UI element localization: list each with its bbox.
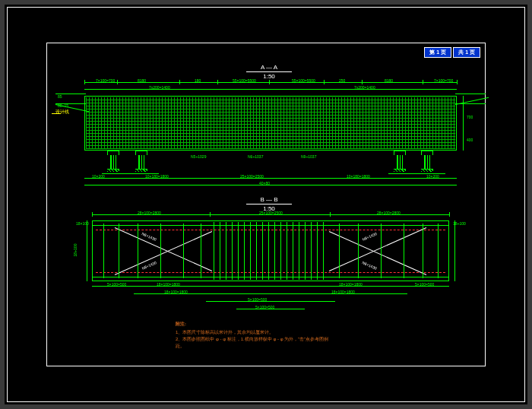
page-current: 第 1 页 [424, 47, 451, 58]
dim-a-b1: 10×200 [92, 174, 105, 179]
note-2: 2、本图参照图纸中 φ - φ 标注，1.横向放样纵中 φ - φ 为外，"击"… [176, 336, 426, 343]
dim-a-r1: 700 [467, 115, 473, 119]
dim-a-t3: 180 [195, 78, 201, 83]
dim-a-t6: 250 [339, 78, 345, 83]
dim-a-t5: 55×100=5500 [292, 78, 315, 83]
dim-a-b2: 10×180=1800 [145, 174, 169, 179]
dim-b-b5: 18×100=1800 [164, 290, 188, 294]
notes-block: 附注: 1、本图尺寸除标高以米计外，其余均以厘米计。 2、本图参照图纸中 φ -… [176, 321, 426, 350]
dim-a-l1: 85 [58, 94, 62, 99]
nlabel-3: N9+1037 [301, 154, 316, 159]
page-total: 共 1 页 [453, 47, 480, 58]
dim-b-t3: 28×100=2800 [377, 211, 401, 215]
dim-a-b5: 10×200 [426, 174, 439, 179]
dim-a-t8: 7×100=700 [434, 78, 453, 83]
dim-b-b6: 18×100=1800 [331, 290, 355, 294]
section-a-hatch [86, 97, 455, 149]
dim-b-b3: 18×100=1800 [339, 282, 363, 287]
dim-a-b3: 25×100=2500 [240, 174, 264, 179]
dimline-a-bot2 [84, 185, 457, 185]
dim-a-t10: 7x200=1400 [354, 85, 375, 90]
section-b-name: B — B [246, 196, 292, 204]
support-1 [107, 151, 119, 172]
section-a-name: A — A [246, 64, 292, 72]
dim-a-r2: 400 [467, 138, 473, 142]
dim-b-b2: 18×100=1800 [157, 282, 180, 287]
dim-b-t1: 28×100=2800 [138, 211, 161, 215]
support-4 [421, 151, 433, 172]
dim-b-l2: 18+100 [73, 244, 78, 257]
notes-title: 附注: [176, 321, 426, 328]
dim-a-b4: 10×180=1800 [347, 174, 370, 179]
section-a-title: A — A 1:50 [246, 64, 292, 80]
dim-b-b1: 5×100=500 [107, 282, 126, 287]
dim-a-l2: 80+15 [58, 103, 68, 108]
dim-a-t4: 55×100=5500 [233, 78, 256, 83]
cad-canvas: 第 1 页 共 1 页 A — A 1:50 7×100=700 8180 18… [5, 5, 527, 404]
dim-b-t2: 25×100=2500 [259, 211, 283, 215]
dim-a-t7: 8180 [385, 78, 393, 83]
dim-a-t9: 7x200=1400 [149, 85, 170, 90]
nlabel-2: N6+1037 [248, 154, 263, 159]
dim-a-b6: 40×80 [259, 181, 270, 185]
dim-a-t1: 7×100=700 [96, 78, 115, 83]
section-b-title: B — B 1:50 [246, 196, 292, 212]
dim-b-b8: 5×100=500 [255, 305, 274, 309]
dimline-a-bot [84, 178, 457, 179]
dim-a-t2: 8180 [138, 78, 146, 83]
nlabel-1: N5+1029 [191, 154, 206, 159]
note-3: 距。 [176, 343, 426, 350]
dim-b-b7: 5×100=500 [248, 297, 267, 302]
support-3 [394, 151, 406, 172]
dim-b-b4: 5×100=500 [415, 282, 434, 287]
dimline-a-top2 [84, 89, 457, 90]
titleblock: 第 1 页 共 1 页 [424, 47, 480, 58]
design-line-label: 设计线 [55, 109, 69, 116]
support-2 [135, 151, 147, 172]
note-1: 1、本图尺寸除标高以米计外，其余均以厘米计。 [176, 329, 426, 336]
